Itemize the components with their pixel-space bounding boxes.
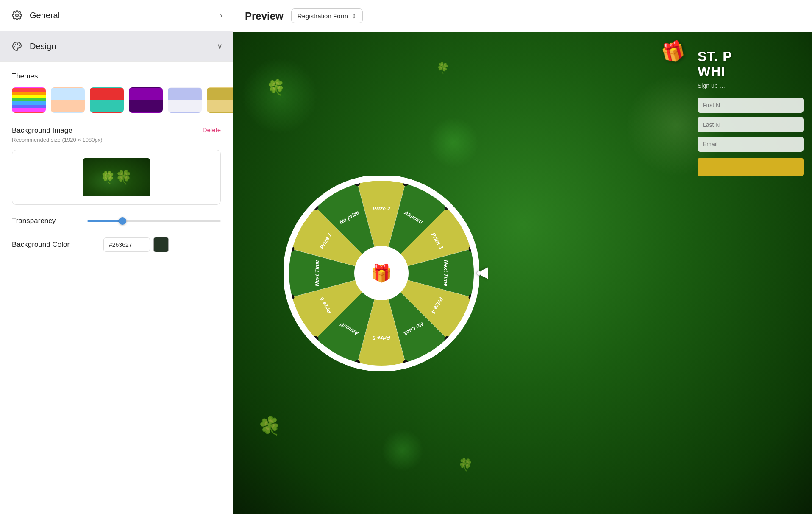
theme-rainbow[interactable] [12,87,46,113]
submit-button[interactable] [698,158,804,176]
bg-image-preview-box[interactable]: 🍀 [12,150,221,205]
bg-image-hint: Recommended size (1920 × 1080px) [12,137,221,143]
themes-label: Themes [12,72,221,81]
design-title: Design [30,42,56,51]
design-chevron: ∨ [217,42,222,51]
design-content: Themes Background Image Delete Recommend… [0,62,233,269]
form-panel-subtitle: Sign up … [698,82,725,89]
wheel-container: Prize 2Almost!Prize 3Next TimePrize 4No … [284,176,479,371]
theme-pastel-blue[interactable] [51,87,85,113]
theme-gold[interactable] [207,87,233,113]
general-section-header[interactable]: General › [0,0,233,31]
preview-header: Preview Registration Form ⇕ [233,0,812,32]
bg-image-title: Background Image [12,126,72,135]
bg-color-label: Background Color [12,240,97,249]
theme-lavender[interactable] [168,87,202,113]
email-field[interactable] [698,137,804,152]
right-panel: Preview Registration Form ⇕ 🍀 🍀 🍀 🍀 🎁 [233,0,812,514]
shamrock-1: 🍀 [266,77,288,98]
delete-bg-button[interactable]: Delete [203,126,221,134]
svg-point-1 [17,44,18,44]
bg-color-row: Background Color [12,237,221,252]
svg-point-4 [14,46,15,47]
shamrock-3: 🍀 [256,412,285,441]
gift-icon: 🎁 [659,38,687,65]
last-name-field[interactable] [698,117,804,132]
svg-text:Next Time: Next Time [314,260,320,286]
general-chevron: › [220,11,222,20]
form-selector-label: Registration Form [298,12,348,20]
preview-title: Preview [245,10,284,22]
bokeh-2 [428,117,479,168]
bg-image-header: Background Image Delete [12,126,221,135]
color-swatch[interactable] [153,237,169,252]
wheel-pointer-circle [476,271,481,276]
theme-red-teal[interactable] [90,87,124,113]
transparency-row: Transparency [12,217,221,225]
svg-point-0 [16,14,18,17]
first-name-field[interactable] [698,98,804,113]
color-hex-input[interactable] [103,237,150,252]
wheel-center-icon: 🎁 [371,263,392,283]
design-icon [10,39,24,53]
svg-point-3 [15,44,16,45]
svg-text:Prize 2: Prize 2 [373,205,391,212]
bokeh-4 [381,429,424,472]
transparency-slider[interactable] [87,220,221,222]
left-panel: General › Design ∨ Themes [0,0,233,514]
general-title: General [30,11,60,20]
general-icon [10,8,24,22]
design-section-header[interactable]: Design ∨ [0,31,233,62]
svg-point-2 [19,45,19,46]
svg-text:Next Time: Next Time [443,260,449,286]
themes-row [12,87,221,113]
shamrock-4: 🍀 [456,456,473,473]
shamrock-2: 🍀 [435,61,450,75]
svg-text:Prize 5: Prize 5 [372,335,390,341]
preview-area: 🍀 🍀 🍀 🍀 🎁 Prize 2Almost!Prize 3Next Time… [233,32,812,514]
transparency-label: Transparency [12,217,80,225]
theme-purple[interactable] [129,87,163,113]
form-panel-title: ST. PWHI [698,49,732,79]
color-input-group [103,237,169,252]
form-selector[interactable]: Registration Form ⇕ [291,8,363,23]
bg-image-thumbnail: 🍀 [83,158,150,196]
form-panel: ST. PWHI Sign up … [689,32,812,514]
transparency-slider-container [87,220,221,222]
form-selector-chevron: ⇕ [351,13,356,20]
wheel-svg: Prize 2Almost!Prize 3Next TimePrize 4No … [284,176,479,371]
